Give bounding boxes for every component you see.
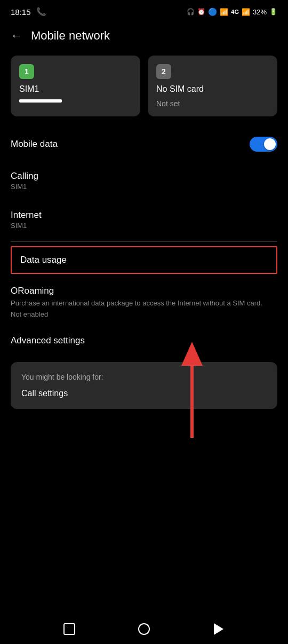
suggestion-heading: You might be looking for: (21, 373, 267, 381)
internet-item[interactable]: Internet SIM1 (11, 200, 277, 239)
status-icons: 🎧 ⏰ 🔵 📶 4G 📶 32% 🔋 (187, 7, 277, 16)
phone-icon: 📞 (36, 7, 46, 17)
suggestion-card: You might be looking for: Call settings (11, 362, 277, 409)
sim1-badge: 1 (19, 64, 34, 79)
settings-list: Mobile data Calling SIM1 Internet SIM1 (0, 127, 288, 239)
circle-icon (138, 623, 150, 635)
back-button[interactable]: ← (11, 29, 22, 43)
square-icon (63, 623, 75, 635)
call-settings-link[interactable]: Call settings (21, 389, 267, 398)
signal2-icon: 📶 (242, 8, 250, 16)
sim1-name: SIM1 (19, 84, 132, 94)
roaming-item[interactable]: ORoaming Purchase an international data … (0, 278, 288, 326)
alarm-icon: ⏰ (197, 8, 205, 15)
triangle-icon (214, 623, 223, 635)
sim2-sub: Not set (156, 99, 269, 108)
data-usage-label: Data usage (20, 255, 268, 265)
lte-icon: 4G (231, 9, 239, 15)
battery-icon: 🔋 (269, 8, 277, 15)
mobile-data-label: Mobile data (11, 139, 58, 150)
divider-1 (11, 241, 277, 242)
internet-label: Internet (11, 210, 42, 221)
signal-icon: 📶 (220, 8, 228, 16)
nav-home-button[interactable] (137, 622, 151, 637)
bottom-navigation (0, 614, 288, 644)
roaming-status: Not enabled (11, 310, 277, 318)
page-title: Mobile network (31, 29, 110, 43)
calling-sub: SIM1 (11, 183, 38, 191)
sim2-name: No SIM card (156, 84, 269, 94)
status-time: 18:15 (11, 7, 31, 17)
sim2-card[interactable]: 2 No SIM card Not set (148, 56, 277, 116)
roaming-label: ORoaming (11, 286, 277, 296)
advanced-settings-item[interactable]: Advanced settings (0, 326, 288, 356)
sim-cards-row: 1 SIM1 2 No SIM card Not set (0, 50, 288, 127)
internet-sub: SIM1 (11, 222, 42, 230)
mobile-data-item[interactable]: Mobile data (11, 127, 277, 161)
headphone-icon: 🎧 (187, 8, 195, 15)
page-header: ← Mobile network (0, 21, 288, 50)
mobile-data-toggle[interactable] (250, 137, 277, 152)
advanced-label: Advanced settings (11, 335, 277, 346)
bluetooth-icon: 🔵 (208, 7, 217, 16)
sim1-card[interactable]: 1 SIM1 (11, 56, 140, 116)
sim1-status-bar (19, 99, 62, 103)
nav-recents-button[interactable] (62, 622, 77, 637)
status-bar: 18:15 📞 🎧 ⏰ 🔵 📶 4G 📶 32% 🔋 (0, 0, 288, 21)
calling-item[interactable]: Calling SIM1 (11, 161, 277, 200)
roaming-desc: Purchase an international data package t… (11, 299, 277, 308)
sim2-badge: 2 (156, 64, 171, 79)
calling-label: Calling (11, 171, 38, 182)
data-usage-item[interactable]: Data usage (11, 246, 277, 274)
battery-level: 32% (253, 8, 267, 16)
nav-back-button[interactable] (211, 622, 226, 637)
